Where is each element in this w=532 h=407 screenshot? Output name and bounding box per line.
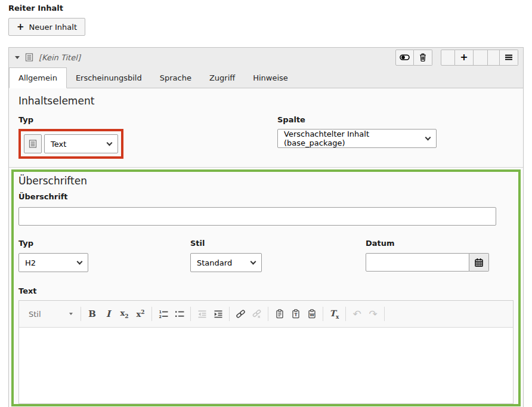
superscript-button[interactable]: x2: [132, 306, 149, 322]
caret-down-icon: [69, 313, 73, 315]
new-content-button[interactable]: + Neuer Inhalt: [8, 18, 85, 36]
toolbar-separator: [151, 307, 152, 321]
tab-hinweise[interactable]: Hinweise: [244, 68, 297, 88]
undo-button[interactable]: ↶: [349, 306, 365, 322]
chevron-down-icon: [250, 258, 256, 264]
subscript-icon: x2: [120, 309, 128, 319]
svg-text:2: 2: [159, 314, 162, 319]
numbered-list-button[interactable]: 1 2: [155, 306, 171, 322]
tab-panel-allgemein: Inhaltselement Typ Tex: [9, 88, 523, 407]
paste-icon: [275, 309, 284, 319]
link-button[interactable]: [233, 306, 249, 322]
paste-text-button[interactable]: T: [287, 306, 304, 322]
stil-label: Stil: [190, 239, 366, 248]
typ-label: Typ: [18, 115, 277, 124]
stil-select-value: Standard: [197, 258, 232, 267]
redo-button[interactable]: ↷: [365, 306, 381, 322]
sort-menu-button[interactable]: [500, 50, 518, 66]
paste-word-button[interactable]: W: [304, 306, 320, 322]
spalte-select-value: Verschachtelter Inhalt (base_package): [284, 130, 419, 147]
toolbar-separator: [384, 307, 385, 321]
outdent-button[interactable]: [194, 306, 210, 322]
placeholder-button-1: [441, 50, 455, 66]
placeholder-button-2: [474, 50, 488, 66]
new-record-after-button[interactable]: +: [455, 50, 474, 66]
visibility-toggle-button[interactable]: [395, 50, 414, 66]
content-text-icon: [24, 134, 42, 153]
heading-typ-label: Typ: [18, 239, 190, 248]
rte-toolbar: Stil B I x2: [19, 301, 513, 328]
italic-icon: I: [106, 309, 110, 319]
ueberschrift-label: Überschrift: [18, 192, 514, 201]
tab-allgemein[interactable]: Allgemein: [9, 67, 67, 88]
section-heading-inhaltselement: Inhaltselement: [18, 94, 514, 107]
spalte-label: Spalte: [277, 115, 514, 124]
section-heading-ueberschriften: Überschriften: [18, 174, 514, 187]
chevron-down-icon: [425, 134, 431, 140]
paste-button[interactable]: [271, 306, 287, 322]
bulleted-list-icon: [175, 309, 184, 319]
bold-button[interactable]: B: [84, 306, 100, 322]
page-title: Reiter Inhalt: [8, 4, 524, 13]
italic-button[interactable]: I: [100, 306, 116, 322]
toolbar-separator: [190, 307, 191, 321]
paste-word-icon: W: [307, 309, 317, 319]
rich-text-editor: Stil B I x2: [18, 300, 514, 404]
hamburger-menu-icon: [504, 53, 514, 62]
new-content-button-label: Neuer Inhalt: [29, 23, 77, 32]
content-record-panel: [Kein Titel]: [8, 47, 524, 407]
tab-sprache[interactable]: Sprache: [151, 68, 200, 88]
svg-text:T: T: [294, 312, 298, 317]
spalte-select[interactable]: Verschachtelter Inhalt (base_package): [277, 129, 437, 148]
datum-label: Datum: [366, 239, 514, 248]
unlink-button[interactable]: [249, 306, 265, 322]
superscript-icon: x2: [136, 309, 144, 319]
record-title: [Kein Titel]: [39, 53, 81, 62]
toolbar-separator: [345, 307, 346, 321]
tab-erscheinungsbild[interactable]: Erscheinungsbild: [67, 68, 151, 88]
toolbar-separator: [81, 307, 81, 321]
stil-select[interactable]: Standard: [190, 253, 262, 272]
paste-text-icon: T: [291, 309, 301, 319]
link-icon: [236, 309, 246, 319]
heading-typ-select[interactable]: H2: [18, 253, 88, 272]
plus-icon: +: [17, 23, 24, 32]
remove-format-icon: Tx: [330, 309, 339, 320]
remove-format-button[interactable]: Tx: [326, 306, 342, 322]
section-divider: [9, 167, 523, 168]
typ-field-highlight: Text: [18, 129, 123, 159]
ueberschriften-section-highlight: Überschriften Überschrift Typ H2 Stil: [11, 169, 521, 406]
ueberschrift-input[interactable]: [18, 207, 496, 226]
record-actions-group: +: [441, 50, 518, 66]
bold-icon: B: [88, 309, 96, 319]
chevron-down-icon: [107, 140, 113, 146]
indent-button[interactable]: [210, 306, 226, 322]
svg-text:W: W: [310, 313, 314, 317]
calendar-icon: [474, 258, 484, 267]
heading-typ-select-value: H2: [25, 258, 36, 267]
tab-zugriff[interactable]: Zugriff: [200, 68, 244, 88]
tab-bar: Allgemein Erscheinungsbild Sprache Zugri…: [9, 67, 523, 88]
rte-content-area[interactable]: [19, 328, 513, 403]
rte-styles-dropdown[interactable]: Stil: [23, 306, 78, 322]
typ-select-value: Text: [51, 140, 66, 149]
plus-icon: +: [460, 53, 468, 62]
bulleted-list-button[interactable]: [171, 306, 187, 322]
page: Reiter Inhalt + Neuer Inhalt [Kein Titel…: [0, 0, 532, 407]
date-picker-button[interactable]: [469, 253, 489, 272]
datum-input[interactable]: [366, 253, 469, 272]
delete-button[interactable]: [414, 50, 432, 66]
text-label: Text: [18, 286, 514, 295]
numbered-list-icon: 1 2: [159, 309, 168, 319]
undo-icon: ↶: [352, 309, 361, 319]
collapse-caret-icon[interactable]: [15, 56, 20, 59]
typ-select[interactable]: Text: [44, 134, 118, 153]
subscript-button[interactable]: x2: [116, 306, 132, 322]
outdent-icon: [197, 309, 207, 319]
toolbar-separator: [268, 307, 268, 321]
indent-icon: [214, 309, 223, 319]
record-panel-header: [Kein Titel]: [9, 48, 523, 67]
rte-styles-dropdown-label: Stil: [29, 310, 41, 319]
placeholder-button-3: [488, 50, 500, 66]
redo-icon: ↷: [369, 309, 377, 319]
